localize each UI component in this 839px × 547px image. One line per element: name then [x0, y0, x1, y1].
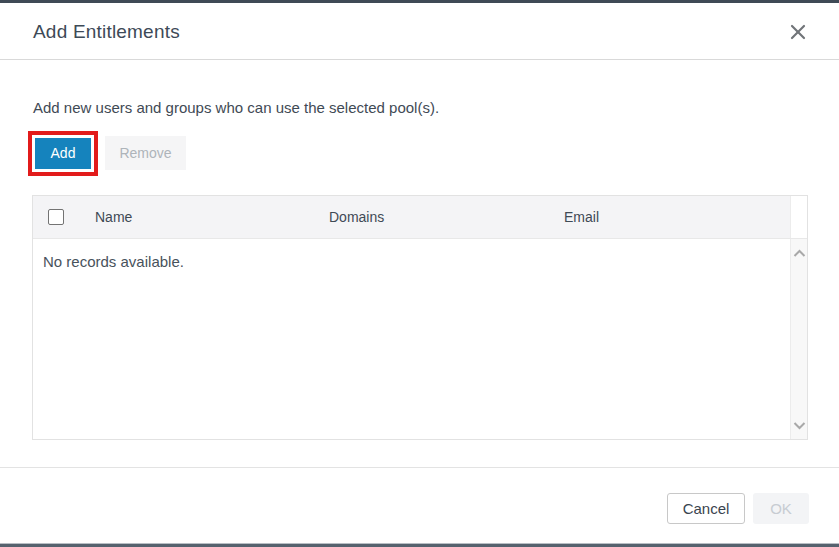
- column-header-email[interactable]: Email: [564, 209, 599, 225]
- chevron-up-icon[interactable]: [792, 247, 807, 259]
- table-body: No records available.: [33, 238, 807, 439]
- red-annotation-box: Add: [28, 131, 98, 176]
- dialog-header: Add Entitlements: [0, 6, 839, 60]
- table-empty-state: No records available.: [33, 239, 790, 439]
- chevron-down-icon[interactable]: [792, 419, 807, 431]
- remove-button: Remove: [105, 136, 186, 170]
- entitlements-table: Name Domains Email No records available.: [32, 195, 808, 440]
- scrollbar-header-spacer: [790, 196, 807, 238]
- close-icon: [789, 23, 807, 41]
- add-button[interactable]: Add: [35, 138, 91, 169]
- table-header-main: Name Domains Email: [33, 196, 790, 238]
- bottom-border-band: [0, 543, 839, 547]
- dialog-footer: Cancel OK: [0, 467, 839, 543]
- add-entitlements-dialog: Add Entitlements Add new users and group…: [0, 0, 839, 547]
- vertical-scrollbar[interactable]: [790, 239, 807, 439]
- dialog-description: Add new users and groups who can use the…: [33, 99, 439, 116]
- table-header-row: Name Domains Email: [33, 196, 807, 238]
- select-all-checkbox[interactable]: [48, 209, 64, 225]
- dialog-title: Add Entitlements: [33, 21, 180, 43]
- toolbar: Add Remove: [28, 130, 186, 176]
- column-header-name[interactable]: Name: [95, 209, 132, 225]
- empty-message: No records available.: [43, 253, 184, 270]
- ok-button: OK: [753, 493, 809, 524]
- cancel-button[interactable]: Cancel: [667, 493, 745, 524]
- close-button[interactable]: [785, 19, 811, 45]
- column-header-domains[interactable]: Domains: [329, 209, 384, 225]
- footer-buttons: Cancel OK: [667, 493, 809, 524]
